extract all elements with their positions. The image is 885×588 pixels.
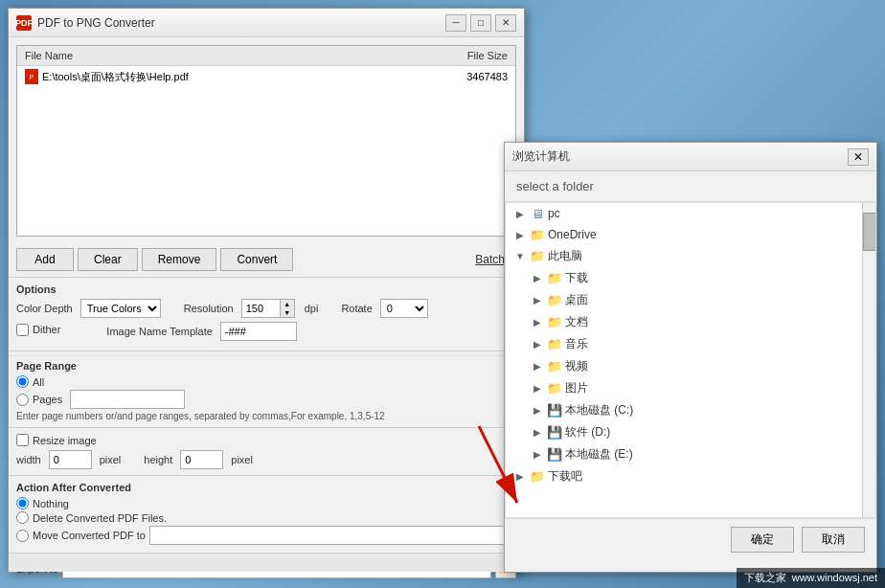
divider-1	[9, 277, 524, 278]
resolution-input[interactable]: 150	[241, 299, 280, 318]
tree-item[interactable]: ▶📁图片	[506, 377, 875, 399]
folder-icon: 📁	[530, 469, 545, 485]
color-depth-select[interactable]: True Colors 256 Colors Grayscale	[80, 299, 161, 318]
close-button[interactable]: ✕	[495, 14, 516, 32]
resolution-spinner: 150 ▲ ▼	[241, 299, 295, 318]
action-title: Action After Converted	[16, 482, 516, 493]
tree-expand-icon[interactable]: ▶	[531, 404, 544, 418]
browser-title-bar: 浏览计算机 ✕	[505, 143, 876, 171]
pages-input[interactable]	[70, 390, 185, 409]
page-range-hint: Enter page numbers or/and page ranges, s…	[16, 411, 516, 421]
tree-expand-icon[interactable]: ▶	[531, 338, 544, 351]
folder-icon: 📁	[530, 227, 545, 242]
height-unit: pixel	[231, 454, 253, 465]
filesize-header: File Size	[431, 50, 508, 61]
tree-expand-icon[interactable]: ▶	[531, 426, 544, 440]
tree-item-label: 下载吧	[548, 468, 582, 485]
resolution-label: Resolution	[184, 303, 234, 314]
tree-item[interactable]: ▶📁下载吧	[506, 465, 875, 487]
browser-header: select a folder	[505, 171, 876, 202]
pages-radio[interactable]	[16, 394, 29, 406]
action-section: Action After Converted Nothing Delete Co…	[9, 478, 524, 551]
window-title: PDF to PNG Converter	[37, 16, 155, 30]
tree-expand-icon[interactable]: ▶	[531, 382, 544, 396]
browser-window: 浏览计算机 ✕ select a folder ▶🖥pc▶📁OneDrive▼📁…	[504, 142, 877, 573]
tree-expand-icon[interactable]: ▶	[513, 470, 527, 484]
confirm-button[interactable]: 确定	[731, 527, 794, 553]
browser-close-button[interactable]: ✕	[848, 148, 869, 166]
delete-radio[interactable]	[16, 511, 29, 524]
folder-icon: 📁	[547, 381, 562, 396]
tree-expand-icon[interactable]: ▶	[531, 448, 544, 462]
move-radio[interactable]	[16, 530, 29, 542]
tree-expand-icon[interactable]: ▶	[531, 360, 544, 373]
tree-item-label: 视频	[565, 358, 588, 374]
color-depth-label: Color Depth	[16, 303, 73, 314]
dpi-label: dpi	[305, 303, 319, 314]
filename-header: File Name	[25, 50, 431, 61]
tree-expand-icon[interactable]: ▼	[513, 250, 527, 263]
height-input[interactable]	[180, 450, 223, 469]
scrollbar-track[interactable]	[862, 203, 875, 517]
main-window: PDF PDF to PNG Converter ─ □ ✕ File Name…	[8, 8, 525, 573]
tree-item[interactable]: ▶📁文档	[506, 311, 875, 333]
cancel-button[interactable]: 取消	[802, 527, 865, 553]
nothing-radio[interactable]	[16, 497, 29, 509]
divider-2	[9, 351, 524, 351]
resolution-up[interactable]: ▲	[281, 300, 294, 308]
watermark-url: www.windowsj.net	[792, 572, 877, 583]
minimize-button[interactable]: ─	[445, 14, 466, 32]
scrollbar-thumb[interactable]	[863, 213, 876, 251]
add-button[interactable]: Add	[16, 248, 74, 271]
file-list-header: File Name File Size	[17, 46, 515, 66]
browser-title: 浏览计算机	[512, 148, 570, 165]
all-pages-radio[interactable]	[16, 375, 29, 388]
tree-item[interactable]: ▶💾软件 (D:)	[506, 421, 875, 443]
tree-item[interactable]: ▶📁OneDrive	[506, 224, 875, 245]
tree-item[interactable]: ▶💾本地磁盘 (C:)	[506, 399, 875, 421]
clear-button[interactable]: Clear	[78, 248, 138, 271]
tree-expand-icon[interactable]: ▶	[531, 272, 544, 285]
folder-icon: 📁	[547, 337, 562, 352]
remove-button[interactable]: Remove	[142, 248, 217, 271]
dither-label: Dither	[33, 324, 60, 335]
tree-item-label: 本地磁盘 (E:)	[565, 446, 633, 463]
tree-expand-icon[interactable]: ▶	[531, 316, 544, 329]
width-input[interactable]	[49, 450, 92, 469]
file-list-area: File Name File Size P E:\tools\桌面\格式转换\H…	[16, 45, 516, 237]
tree-expand-icon[interactable]: ▶	[513, 207, 527, 220]
file-list-row[interactable]: P E:\tools\桌面\格式转换\Help.pdf 3467483	[17, 66, 515, 87]
image-name-template-input[interactable]	[220, 322, 297, 341]
rotate-select[interactable]: 0 90 180 270	[380, 299, 428, 318]
tree-item[interactable]: ▼📁此电脑	[506, 245, 875, 267]
tree-item-label: 音乐	[565, 336, 588, 352]
width-unit: pixel	[100, 454, 122, 465]
tree-area[interactable]: ▶🖥pc▶📁OneDrive▼📁此电脑▶📁下载▶📁桌面▶📁文档▶📁音乐▶📁视频▶…	[505, 202, 876, 518]
resize-image-checkbox[interactable]	[16, 434, 29, 446]
tree-item[interactable]: ▶📁下载	[506, 267, 875, 289]
drive-icon: 💾	[547, 403, 562, 418]
resolution-down[interactable]: ▼	[281, 308, 294, 317]
convert-button[interactable]: Convert	[220, 248, 293, 271]
maximize-button[interactable]: □	[470, 14, 491, 32]
resize-image-label: Resize image	[33, 435, 97, 446]
dither-checkbox[interactable]	[16, 324, 29, 336]
tree-item[interactable]: ▶🖥pc	[506, 203, 875, 224]
height-label: height	[144, 454, 172, 465]
status-bar	[9, 553, 524, 572]
drive-icon: 💾	[547, 447, 562, 463]
tree-item[interactable]: ▶💾本地磁盘 (E:)	[506, 443, 875, 465]
tree-item-label: pc	[548, 207, 560, 220]
tree-item-label: 文档	[565, 314, 588, 330]
tree-expand-icon[interactable]: ▶	[513, 228, 527, 241]
resize-section: Resize image width pixel height pixel	[9, 430, 524, 473]
tree-item[interactable]: ▶📁桌面	[506, 289, 875, 311]
move-path-input[interactable]	[149, 526, 516, 545]
file-size: 3467483	[431, 71, 508, 82]
tree-item[interactable]: ▶📁视频	[506, 355, 875, 377]
file-name: E:\tools\桌面\格式转换\Help.pdf	[42, 70, 431, 84]
delete-label: Delete Converted PDF Files.	[33, 512, 167, 524]
move-label: Move Converted PDF to	[33, 530, 146, 541]
tree-expand-icon[interactable]: ▶	[531, 294, 544, 307]
tree-item[interactable]: ▶📁音乐	[506, 333, 875, 355]
